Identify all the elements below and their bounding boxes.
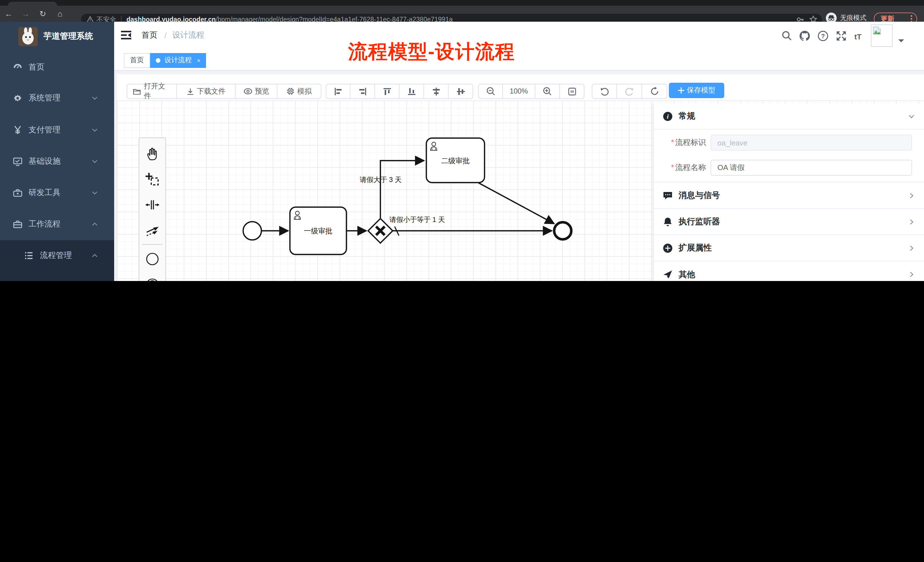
bell-icon: [663, 217, 673, 227]
required-asterisk: *: [671, 163, 674, 172]
reload-icon[interactable]: ↻: [34, 6, 51, 22]
tab-close-icon[interactable]: ×: [197, 57, 201, 64]
user-task-level1[interactable]: 一级审批: [290, 207, 346, 255]
forward-icon[interactable]: →: [17, 6, 34, 22]
monitor-icon: [12, 156, 23, 166]
process-name-row: *流程名称: [654, 160, 924, 176]
tagbar: 首页 设计流程 ×: [114, 49, 924, 71]
task1-label: 一级审批: [304, 227, 333, 235]
chevron-right-icon: [908, 218, 915, 226]
font-size-glyph: tT: [854, 32, 861, 41]
back-icon[interactable]: ←: [0, 6, 17, 22]
user-task-level2[interactable]: 二级审批: [426, 138, 484, 183]
sidebar-logo-row[interactable]: 芋道管理系统: [0, 21, 114, 51]
yen-icon: [12, 125, 23, 135]
svg-text:?: ?: [821, 32, 825, 39]
required-asterisk: *: [671, 138, 674, 147]
help-icon[interactable]: ?: [817, 30, 829, 41]
chevron-up-icon: [92, 252, 98, 259]
chevron-right-icon: [908, 270, 915, 279]
screen: ← → ↻ ⌂ 不安全 dashboard.yudao.iocoder.cn/b…: [0, 0, 924, 281]
github-icon[interactable]: [799, 30, 810, 41]
condition-label-gt3[interactable]: 请假大于 3 天: [360, 176, 402, 183]
font-size-icon[interactable]: tT: [854, 30, 865, 41]
task2-label: 二级审批: [441, 157, 470, 165]
chevron-down-icon: [92, 158, 98, 165]
app-logo: [18, 27, 38, 46]
tab-design-process[interactable]: 设计流程 ×: [150, 53, 206, 67]
chevron-down-icon: [92, 189, 98, 196]
active-tab-dot: [156, 58, 160, 63]
gear-icon: [12, 93, 23, 103]
chevron-right-icon: [908, 244, 915, 252]
process-key-input[interactable]: [711, 135, 912, 151]
app-header: 首页 / 设计流程 ? tT: [114, 21, 924, 49]
sidebar-item-workflow[interactable]: 工作流程: [0, 214, 114, 234]
sidebar-item-process-mgmt[interactable]: 流程管理: [0, 245, 114, 265]
sidebar-item-process-form[interactable]: 流程表单: [0, 277, 114, 281]
sidebar-item-system[interactable]: 系统管理: [0, 88, 114, 108]
panel-section-extension[interactable]: 扩展属性: [654, 235, 924, 261]
process-name-input[interactable]: [711, 160, 912, 176]
sidebar-item-devtools[interactable]: 研发工具: [0, 182, 114, 203]
dashboard-icon: [12, 62, 23, 72]
toolbox-icon: [12, 187, 23, 198]
message-icon: [663, 190, 673, 201]
home-icon[interactable]: ⌂: [51, 6, 69, 22]
search-icon[interactable]: [782, 30, 793, 41]
condition-label-le1[interactable]: 请假小于等于 1 天: [390, 216, 445, 223]
panel-section-message-signal[interactable]: 消息与信号: [654, 183, 924, 209]
sidebar: 芋道管理系统 首页 系统管理 支付管理 基础设施 研发工具 工作流: [0, 21, 114, 281]
fullscreen-icon[interactable]: [836, 30, 847, 41]
chevron-right-icon: [908, 192, 915, 199]
general-fields: *流程标识 *流程名称: [654, 129, 924, 183]
breadcrumb-current: 设计流程: [172, 21, 204, 49]
tree-list-icon: [24, 250, 34, 261]
process-key-row: *流程标识: [654, 135, 924, 151]
panel-section-general[interactable]: i 常规: [654, 103, 924, 129]
chevron-down-icon: [92, 126, 98, 133]
plus-circle-icon: [663, 243, 673, 253]
panel-section-other[interactable]: 其他: [654, 261, 924, 281]
properties-panel: i 常规 *流程标识 *流程名称 消息与信号 执行监听器 扩展属: [653, 103, 924, 281]
avatar[interactable]: [871, 24, 892, 46]
chevron-down-icon: [92, 94, 98, 101]
chevron-down-icon: [908, 112, 915, 120]
app-title: 芋道管理系统: [44, 31, 93, 42]
annotation-title: 流程模型-设计流程: [348, 39, 515, 65]
sidebar-item-payment[interactable]: 支付管理: [0, 120, 114, 140]
sidebar-collapse-icon[interactable]: [121, 30, 132, 41]
panel-section-execution-listener[interactable]: 执行监听器: [654, 209, 924, 235]
workflow-icon: [12, 219, 23, 229]
info-icon: i: [663, 111, 673, 121]
end-event[interactable]: [554, 222, 571, 239]
flow-task2-to-end[interactable]: [478, 183, 554, 224]
exclusive-gateway[interactable]: [368, 219, 393, 243]
send-icon: [663, 269, 673, 280]
browser-toolbar: ← → ↻ ⌂ 不安全 dashboard.yudao.iocoder.cn/b…: [0, 6, 924, 22]
sidebar-item-home[interactable]: 首页: [0, 57, 114, 77]
breadcrumb-separator: /: [164, 21, 166, 49]
start-event[interactable]: [243, 222, 261, 240]
sidebar-item-infra[interactable]: 基础设施: [0, 151, 114, 171]
incognito-label: 无痕模式: [840, 14, 866, 22]
flow-gateway-to-task2[interactable]: [380, 160, 424, 218]
breadcrumb-home[interactable]: 首页: [141, 21, 158, 49]
browser-tab-sliver[interactable]: [8, 2, 57, 6]
chevron-up-icon: [92, 220, 98, 227]
browser-tabstrip: [0, 0, 924, 6]
svg-text:i: i: [667, 113, 669, 120]
avatar-dropdown-caret[interactable]: [898, 39, 904, 45]
tab-home[interactable]: 首页: [124, 53, 150, 67]
